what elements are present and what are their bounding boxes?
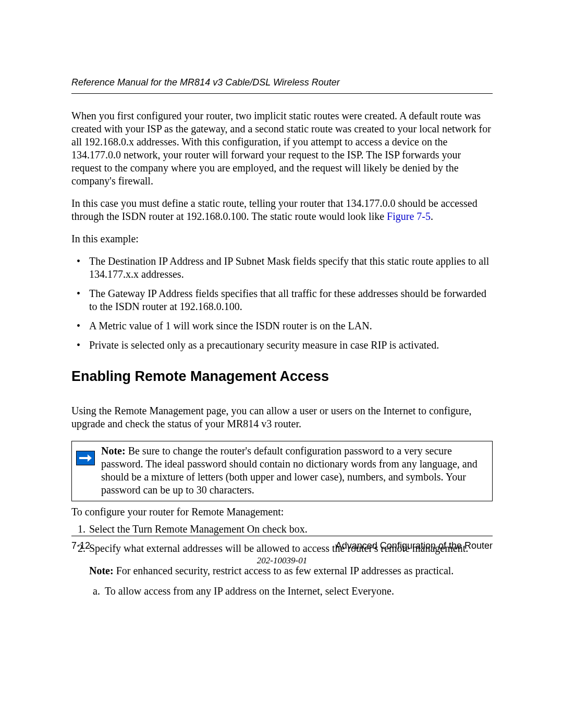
- footer-row: 7-12 Advanced Configuration of the Route…: [71, 540, 493, 551]
- arrow-right-icon: [76, 451, 95, 465]
- to-configure-lead: To configure your router for Remote Mana…: [71, 505, 493, 519]
- figure-7-5-link[interactable]: Figure 7-5: [387, 211, 431, 222]
- step-note-text: For enhanced security, restrict access t…: [114, 565, 454, 576]
- header-rule: [71, 93, 493, 94]
- step-2-note: Note: For enhanced security, restrict ac…: [89, 564, 493, 577]
- note-icon-cell: [72, 441, 99, 501]
- document-number: 202-10039-01: [71, 556, 493, 566]
- page-footer: 7-12 Advanced Configuration of the Route…: [71, 536, 493, 566]
- note-body: Be sure to change the router's default c…: [101, 445, 478, 496]
- note-label: Note:: [101, 445, 126, 456]
- document-page: Reference Manual for the MR814 v3 Cable/…: [0, 0, 563, 598]
- list-item: A Metric value of 1 will work since the …: [71, 319, 493, 332]
- step-note-label: Note:: [89, 565, 114, 576]
- section-heading-remote-management: Enabling Remote Management Access: [71, 368, 493, 385]
- page-number: 7-12: [71, 540, 90, 551]
- running-header: Reference Manual for the MR814 v3 Cable/…: [71, 77, 493, 88]
- note-callout: Note: Be sure to change the router's def…: [71, 441, 493, 501]
- substep-item: To allow access from any IP address on t…: [103, 585, 493, 598]
- list-item: The Gateway IP Address fields specifies …: [71, 287, 493, 313]
- substeps: To allow access from any IP address on t…: [89, 585, 493, 598]
- remote-management-intro: Using the Remote Management page, you ca…: [71, 404, 493, 430]
- footer-rule: [71, 536, 493, 536]
- note-text: Note: Be sure to change the router's def…: [99, 441, 492, 501]
- list-item: Private is selected only as a precaution…: [71, 339, 493, 352]
- example-bullet-list: The Destination IP Address and IP Subnet…: [71, 255, 493, 352]
- body-paragraph-2: In this case you must define a static ro…: [71, 197, 493, 223]
- step-item: Select the Turn Remote Management On che…: [88, 523, 493, 536]
- svg-marker-1: [88, 454, 92, 462]
- body-paragraph-1: When you first configured your router, t…: [71, 109, 493, 188]
- list-item: The Destination IP Address and IP Subnet…: [71, 255, 493, 281]
- body-paragraph-3: In this example:: [71, 232, 493, 245]
- p2-post: .: [431, 211, 433, 222]
- chapter-title: Advanced Configuration of the Router: [336, 540, 493, 551]
